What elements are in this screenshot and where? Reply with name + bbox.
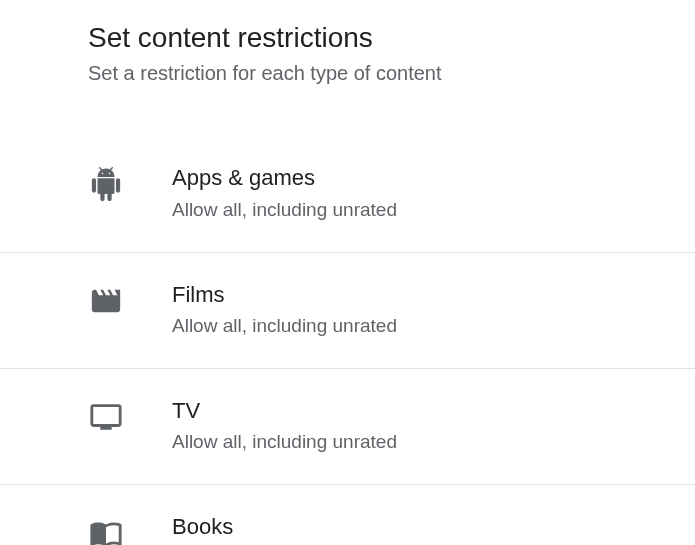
item-title: Books bbox=[172, 513, 645, 542]
film-icon bbox=[88, 283, 124, 319]
item-text: Apps & games Allow all, including unrate… bbox=[172, 164, 645, 223]
books-icon bbox=[88, 515, 124, 545]
list-item-books[interactable]: Books Allow all bbox=[0, 485, 695, 545]
android-icon bbox=[88, 166, 124, 202]
item-title: Apps & games bbox=[172, 164, 645, 193]
tv-icon bbox=[88, 399, 124, 435]
content-restrictions-page: Set content restrictions Set a restricti… bbox=[0, 0, 695, 545]
item-text: TV Allow all, including unrated bbox=[172, 397, 645, 456]
item-title: Films bbox=[172, 281, 645, 310]
page-header: Set content restrictions Set a restricti… bbox=[0, 20, 695, 136]
item-subtitle: Allow all, including unrated bbox=[172, 197, 645, 224]
item-subtitle: Allow all, including unrated bbox=[172, 313, 645, 340]
list-item-films[interactable]: Films Allow all, including unrated bbox=[0, 253, 695, 369]
item-title: TV bbox=[172, 397, 645, 426]
item-text: Books Allow all bbox=[172, 513, 645, 545]
list-item-tv[interactable]: TV Allow all, including unrated bbox=[0, 369, 695, 485]
page-subtitle: Set a restriction for each type of conte… bbox=[88, 58, 645, 88]
item-subtitle: Allow all, including unrated bbox=[172, 429, 645, 456]
restrictions-list: Apps & games Allow all, including unrate… bbox=[0, 136, 695, 545]
page-title: Set content restrictions bbox=[88, 20, 645, 56]
list-item-apps-games[interactable]: Apps & games Allow all, including unrate… bbox=[0, 136, 695, 252]
item-text: Films Allow all, including unrated bbox=[172, 281, 645, 340]
